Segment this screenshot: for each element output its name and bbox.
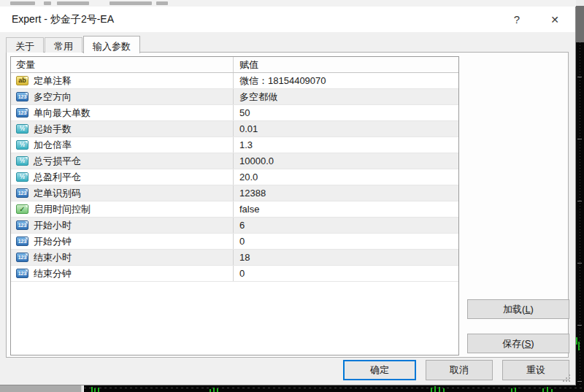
table-row[interactable]: ½ 起始手数 0.01 [11,121,458,137]
parameter-value-cell[interactable]: 18 [233,250,458,265]
parameter-label: 加仓倍率 [34,137,72,153]
parameter-name-cell: 123 定单识别码 [11,185,233,201]
table-row[interactable]: 123 定单识别码 12388 [11,185,458,201]
cancel-button[interactable]: 取消 [426,360,493,380]
table-row[interactable]: 123 结束小时 18 [11,250,458,266]
help-icon: ? [514,13,520,26]
parameters-table: 变量 赋值 ab 定单注释 微信：18154409070 123 多空方向 多空… [10,56,459,356]
column-header-value: 赋值 [233,57,458,72]
ok-button[interactable]: 确定 [343,360,416,380]
param-type-icon: ½ [16,156,28,166]
background-panel [0,385,82,392]
parameter-label: 开始分钟 [34,234,72,249]
parameter-name-cell: ½ 总亏损平仓 [11,153,233,169]
parameter-name-cell: 123 结束小时 [11,250,233,265]
table-row[interactable]: 123 结束分钟 0 [11,266,458,282]
resize-grip[interactable] [563,374,571,382]
close-button[interactable]: ✕ [539,7,571,32]
parameter-label: 结束分钟 [34,266,72,281]
parameter-name-cell: 123 开始小时 [11,218,233,233]
tab-inputs[interactable]: 输入参数 [83,36,140,53]
reset-button[interactable]: 重设 [502,360,569,380]
table-row[interactable]: 123 开始小时 6 [11,218,458,234]
param-type-icon: 123 [16,237,28,246]
table-row[interactable]: 123 单向最大单数 50 [11,105,458,121]
parameter-name-cell: 123 结束分钟 [11,266,233,281]
parameter-value-cell[interactable]: 12388 [233,185,458,201]
save-button[interactable]: 保存(S) [467,334,569,353]
param-type-icon: 123 [16,269,28,278]
parameter-value-cell[interactable]: 10000.0 [233,153,458,169]
parameter-name-cell: 123 单向最大单数 [11,105,233,120]
parameter-value-cell[interactable]: 20.0 [233,169,458,185]
tab-common[interactable]: 常用 [45,37,82,53]
param-type-icon: ab [16,76,28,85]
load-button[interactable]: 加载(L) [467,299,569,319]
parameter-value-cell[interactable]: 微信：18154409070 [233,73,458,88]
help-button[interactable]: ? [501,7,533,32]
parameter-label: 单向最大单数 [34,105,91,120]
parameter-value-cell[interactable]: false [233,201,458,217]
ea-properties-dialog: Expert - 炒金子2号-EA ? ✕ 关于 常用 输入参数 变量 赋值 a… [0,7,576,385]
parameter-label: 结束小时 [34,250,72,265]
param-type-icon: ½ [16,172,28,182]
param-type-icon: ✓ [16,204,28,214]
tab-about[interactable]: 关于 [6,37,44,53]
background-chart-bottom [84,385,584,392]
table-row[interactable]: ✓ 启用时间控制 false [11,201,458,218]
parameter-label: 定单识别码 [34,185,81,201]
table-row[interactable]: ½ 总亏损平仓 10000.0 [11,153,458,169]
parameter-value-cell[interactable]: 1.3 [233,137,458,153]
dialog-title: Expert - 炒金子2号-EA [12,13,114,26]
parameter-label: 总亏损平仓 [34,153,81,169]
parameter-value-cell[interactable]: 6 [233,218,458,233]
param-type-icon: ½ [16,140,28,150]
parameter-label: 启用时间控制 [34,201,91,217]
parameter-label: 定单注释 [34,73,72,88]
parameter-value-cell[interactable]: 0 [233,266,458,281]
parameter-value-cell[interactable]: 0.01 [233,121,458,137]
parameter-name-cell: 123 多空方向 [11,89,233,104]
parameter-label: 多空方向 [34,89,72,104]
parameter-label: 起始手数 [34,121,72,137]
column-header-variable: 变量 [11,57,233,72]
param-type-icon: 123 [16,188,28,198]
table-header-row: 变量 赋值 [11,57,458,73]
param-type-icon: 123 [16,108,28,118]
table-rows: ab 定单注释 微信：18154409070 123 多空方向 多空都做 123… [11,73,458,282]
param-type-icon: 123 [16,92,28,101]
param-type-icon: 123 [16,220,28,230]
table-row[interactable]: ab 定单注释 微信：18154409070 [11,73,458,89]
close-icon: ✕ [550,14,559,26]
parameter-value-cell[interactable]: 50 [233,105,458,120]
parameter-label: 总盈利平仓 [34,169,81,185]
param-type-icon: ½ [16,124,28,134]
table-row[interactable]: ½ 总盈利平仓 20.0 [11,169,458,185]
background-chart-right [576,0,584,392]
param-type-icon: 123 [16,253,28,262]
parameter-name-cell: ½ 总盈利平仓 [11,169,233,185]
table-row[interactable]: 123 开始分钟 0 [11,234,458,250]
parameter-name-cell: ✓ 启用时间控制 [11,201,233,217]
background-menubar [0,0,576,7]
parameter-name-cell: ½ 加仓倍率 [11,137,233,153]
parameter-label: 开始小时 [34,218,72,233]
parameter-name-cell: ½ 起始手数 [11,121,233,137]
parameter-value-cell[interactable]: 多空都做 [233,89,458,104]
table-row[interactable]: ½ 加仓倍率 1.3 [11,137,458,153]
parameter-name-cell: 123 开始分钟 [11,234,233,249]
tab-bar: 关于 常用 输入参数 [6,35,141,53]
table-row[interactable]: 123 多空方向 多空都做 [11,89,458,105]
parameter-name-cell: ab 定单注释 [11,73,233,88]
dialog-titlebar[interactable]: Expert - 炒金子2号-EA ? ✕ [0,7,575,32]
parameter-value-cell[interactable]: 0 [233,234,458,249]
